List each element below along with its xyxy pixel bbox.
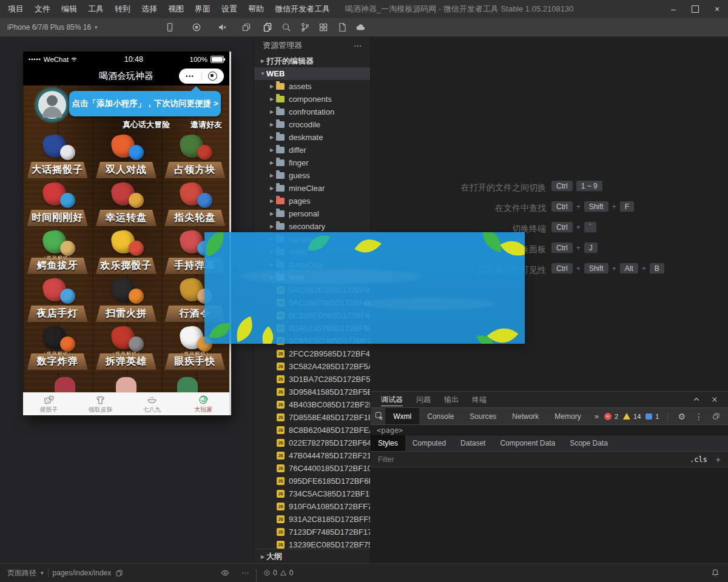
style-tab-computed[interactable]: Computed: [405, 435, 453, 451]
devtools-tab-console[interactable]: Console: [419, 408, 462, 424]
menu-item-7[interactable]: 界面: [189, 0, 216, 18]
folder-item-secondary[interactable]: ▶secondary: [254, 220, 371, 233]
eye-icon[interactable]: [221, 564, 229, 582]
folder-item-guess[interactable]: ▶guess: [254, 169, 371, 182]
panel-tab-调试器[interactable]: 调试器: [374, 392, 410, 407]
explorer-more-icon[interactable]: ⋯: [354, 41, 362, 50]
devtools-tab-network[interactable]: Network: [504, 408, 547, 424]
more-dots-icon[interactable]: •••: [179, 73, 201, 79]
folder-item-confrontation[interactable]: ▶confrontation: [254, 105, 371, 118]
page-path-value[interactable]: pages/index/index: [53, 569, 112, 577]
file-item[interactable]: JS47B0444785D172BF21...: [254, 449, 371, 462]
mute-button[interactable]: [217, 22, 227, 32]
folder-item-finger[interactable]: ▶finger: [254, 156, 371, 169]
file-item[interactable]: JS910F0A1085D172BFF7...: [254, 500, 371, 513]
device-selector[interactable]: iPhone 6/7/8 Plus 85% 16 ▾: [7, 18, 98, 36]
file-item[interactable]: JS2FCC2B9585D172BF49...: [254, 347, 371, 360]
devtools-tab-sources[interactable]: Sources: [462, 408, 504, 424]
undock-icon[interactable]: [709, 412, 723, 420]
file-item[interactable]: JS3D1BA7C285D172BF5B...: [254, 373, 371, 386]
menu-item-3[interactable]: 工具: [83, 0, 109, 18]
close-button[interactable]: ×: [706, 0, 728, 18]
windows-button[interactable]: [241, 22, 251, 32]
panel-tab-终端[interactable]: 终端: [465, 392, 493, 407]
record-button[interactable]: [192, 22, 201, 32]
folder-item-pages[interactable]: ▶pages: [254, 195, 371, 207]
cloud-button[interactable]: [356, 22, 365, 32]
maximize-button[interactable]: [684, 0, 706, 18]
menu-item-10[interactable]: 微信开发者工具: [269, 0, 335, 18]
file-item[interactable]: JS8C8B620485D172BFEA...: [254, 424, 371, 436]
inspect-element-icon[interactable]: [373, 408, 385, 424]
minimize-button[interactable]: –: [662, 0, 684, 18]
game-item[interactable]: 双人对战: [92, 130, 160, 178]
outline-section[interactable]: ▶ 大纲: [254, 549, 371, 564]
menu-item-1[interactable]: 文件: [29, 0, 56, 18]
folder-item-differ[interactable]: ▶differ: [254, 144, 371, 156]
menu-item-2[interactable]: 编辑: [56, 0, 83, 18]
menu-item-4[interactable]: 转到: [109, 0, 136, 18]
game-item[interactable]: 夜店手灯: [23, 274, 92, 322]
git-branch-button[interactable]: [300, 22, 310, 32]
game-item[interactable]: 大话摇骰子: [23, 130, 92, 178]
menu-item-0[interactable]: 项目: [2, 0, 29, 18]
folder-item-components[interactable]: ▶components: [254, 93, 371, 105]
game-item[interactable]: （视频解锁）拆弹英雄: [92, 322, 160, 370]
tab-领取皮肤[interactable]: 领取皮肤: [75, 393, 126, 415]
page-path-label[interactable]: 页面路径: [7, 568, 36, 578]
game-item[interactable]: 幸运转盘: [92, 178, 160, 226]
collapse-panel-button[interactable]: [693, 396, 700, 403]
style-tab-component-data[interactable]: Component Data: [493, 435, 562, 451]
error-badge-icon[interactable]: ×: [604, 413, 612, 420]
folder-item-crocodile[interactable]: ▶crocodile: [254, 118, 371, 131]
capsule-menu[interactable]: •••: [179, 69, 224, 84]
game-item[interactable]: 占领方块: [161, 130, 229, 178]
kebab-menu-icon[interactable]: ⋮: [692, 412, 706, 421]
problems-indicator[interactable]: 0 0: [263, 564, 293, 582]
game-item[interactable]: 时间刚刚好: [23, 178, 92, 226]
game-item[interactable]: （视频解锁）鳄鱼拔牙: [23, 226, 92, 274]
layout-button[interactable]: [318, 22, 328, 32]
panel-tab-问题[interactable]: 问题: [410, 392, 437, 407]
folder-item-personal[interactable]: ▶personal: [254, 207, 371, 220]
cls-button[interactable]: .cls: [690, 455, 707, 464]
file-item[interactable]: JS3C582A4285D172BF5A...: [254, 360, 371, 373]
file-item[interactable]: JS7123DF7485D172BF17...: [254, 526, 371, 538]
file-item[interactable]: JS76C4400185D172BF10...: [254, 462, 371, 475]
add-miniprogram-tooltip[interactable]: 点击「添加小程序」，下次访问更便捷 >: [69, 91, 221, 116]
search-button[interactable]: [281, 22, 291, 32]
menu-item-8[interactable]: 设置: [216, 0, 243, 18]
more-actions-icon[interactable]: ⋯: [241, 564, 249, 582]
files-button[interactable]: [263, 22, 272, 32]
file-item[interactable]: JS4B403BC085D172BF2D...: [254, 398, 371, 411]
truth-dare-link[interactable]: 真心话大冒险: [123, 119, 170, 130]
gear-icon[interactable]: ⚙: [675, 412, 689, 421]
warning-badge-icon[interactable]: [623, 413, 630, 420]
tab-摇骰子[interactable]: 摇骰子: [23, 393, 75, 415]
avatar[interactable]: [36, 89, 69, 121]
folder-item-mineClear[interactable]: ▶mineClear: [254, 182, 371, 195]
phone-button[interactable]: [165, 22, 175, 32]
open-editors-section[interactable]: ▶ 打开的编辑器: [254, 55, 371, 67]
file-item[interactable]: JS095DFE6185D172BF6F...: [254, 475, 371, 487]
file-item[interactable]: JS3D95841585D172BF5B...: [254, 386, 371, 398]
devtools-tab-wxml[interactable]: Wxml: [385, 408, 419, 424]
file-item[interactable]: JS734C5AC385D172BF15...: [254, 487, 371, 500]
bell-icon[interactable]: [711, 564, 720, 582]
file-item[interactable]: JS022E782785D172BF64...: [254, 436, 371, 449]
exit-circle-icon[interactable]: [202, 72, 224, 81]
game-item[interactable]: 欢乐掷骰子: [92, 226, 160, 274]
panel-tab-输出[interactable]: 输出: [437, 392, 465, 407]
more-tabs-icon[interactable]: »: [589, 412, 604, 421]
file-item[interactable]: JS7D8558E485D172BF1B...: [254, 411, 371, 424]
close-panel-button[interactable]: [711, 396, 718, 403]
game-item[interactable]: 扫雷火拼: [92, 274, 160, 322]
message-badge-icon[interactable]: [645, 413, 652, 420]
file-code-button[interactable]: [337, 22, 347, 32]
add-style-button[interactable]: +: [716, 455, 721, 464]
folder-item-assets[interactable]: ▶assets: [254, 80, 371, 93]
root-folder-web[interactable]: ▼ WEB: [254, 67, 371, 80]
game-item[interactable]: （视频解锁）数字炸弹: [23, 322, 92, 370]
menu-item-5[interactable]: 选择: [136, 0, 163, 18]
tab-七八九[interactable]: 七八九: [126, 393, 178, 415]
